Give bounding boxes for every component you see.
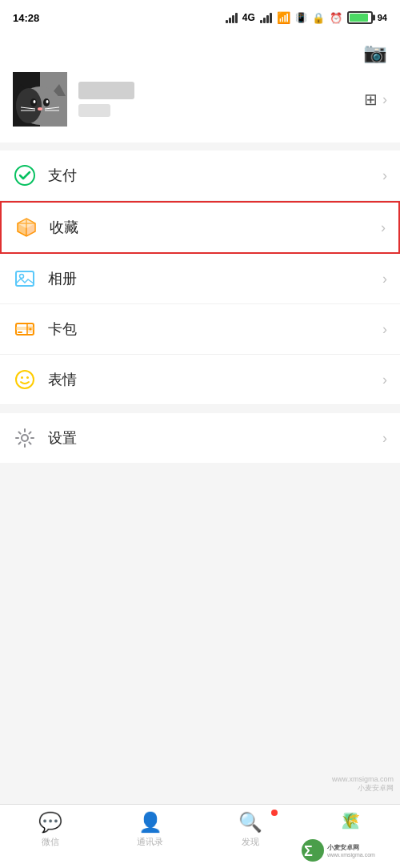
menu-list: 支付 › 收藏 › 相册 › bbox=[0, 151, 400, 463]
svg-point-25 bbox=[20, 275, 24, 279]
watermark: www.xmsigma.com 小麦安卓网 bbox=[304, 768, 400, 800]
svg-text:Σ: Σ bbox=[304, 843, 313, 859]
sigma-logo-icon: Σ bbox=[300, 838, 326, 863]
watermark-brand: 小麦安卓网 bbox=[327, 843, 375, 852]
tab-me[interactable]: 🌾 Σ 小麦安卓网 www.xmsigma.com bbox=[300, 811, 400, 838]
pay-icon bbox=[13, 163, 37, 187]
profile-chevron: › bbox=[382, 91, 387, 108]
network-type: 4G bbox=[242, 12, 255, 23]
album-arrow: › bbox=[382, 271, 387, 287]
discover-tab-label: 发现 bbox=[242, 836, 259, 848]
svg-point-7 bbox=[16, 88, 42, 123]
watermark-site: www.xmsigma.com bbox=[332, 775, 394, 783]
lock-icon: 🔒 bbox=[312, 12, 325, 24]
avatar-image bbox=[13, 72, 67, 127]
profile-left bbox=[13, 72, 134, 127]
menu-item-emoji[interactable]: 表情 › bbox=[0, 355, 400, 405]
status-bar: 14:28 4G 📶 📳 🔒 ⏰ 94 bbox=[0, 0, 400, 35]
camera-icon[interactable]: 📷 bbox=[363, 42, 387, 64]
emoji-icon bbox=[13, 368, 37, 392]
wechat-tab-label: 微信 bbox=[42, 836, 59, 848]
settings-arrow: › bbox=[382, 430, 387, 447]
pay-arrow: › bbox=[382, 167, 387, 184]
battery-percent: 94 bbox=[378, 13, 387, 22]
discover-tab-icon: 🔍 bbox=[238, 811, 262, 834]
svg-point-31 bbox=[16, 371, 34, 388]
collect-icon bbox=[14, 215, 38, 239]
qr-icon[interactable]: ⊞ bbox=[364, 90, 378, 109]
svg-rect-24 bbox=[16, 271, 34, 286]
tab-bar: 💬 微信 👤 通讯录 🔍 发现 🌾 Σ bbox=[0, 804, 400, 868]
menu-item-collect[interactable]: 收藏 › bbox=[0, 201, 400, 254]
svg-point-34 bbox=[22, 435, 28, 441]
watermark-name: 小麦安卓网 bbox=[332, 783, 394, 794]
svg-point-30 bbox=[30, 328, 32, 331]
bottom-content-area bbox=[0, 463, 400, 703]
alarm-icon: ⏰ bbox=[330, 12, 342, 24]
profile-info bbox=[78, 82, 134, 117]
svg-point-10 bbox=[34, 100, 36, 103]
svg-point-32 bbox=[21, 376, 23, 379]
signal-icon-2 bbox=[260, 12, 272, 23]
status-time: 14:28 bbox=[13, 12, 39, 24]
card-arrow: › bbox=[382, 321, 387, 338]
profile-right[interactable]: ⊞ › bbox=[364, 90, 387, 109]
contacts-tab-icon: 👤 bbox=[138, 811, 162, 834]
wifi-icon: 📶 bbox=[277, 11, 290, 24]
pay-label: 支付 bbox=[48, 166, 382, 185]
collect-label: 收藏 bbox=[50, 218, 381, 237]
album-icon bbox=[13, 267, 37, 291]
profile-name bbox=[78, 82, 134, 99]
wechat-tab-icon: 💬 bbox=[38, 811, 62, 834]
svg-point-11 bbox=[46, 100, 49, 103]
divider-2 bbox=[0, 405, 400, 413]
svg-point-17 bbox=[15, 166, 34, 185]
camera-area: 📷 bbox=[0, 35, 400, 64]
svg-point-12 bbox=[38, 107, 42, 111]
emoji-arrow: › bbox=[382, 372, 387, 388]
battery-icon bbox=[347, 11, 373, 24]
settings-label: 设置 bbox=[48, 428, 382, 448]
svg-point-33 bbox=[26, 376, 29, 379]
emoji-label: 表情 bbox=[48, 370, 382, 389]
avatar bbox=[13, 72, 67, 127]
tab-contacts[interactable]: 👤 通讯录 bbox=[100, 811, 200, 848]
settings-icon bbox=[13, 426, 37, 450]
card-label: 卡包 bbox=[48, 319, 382, 339]
me-tab-icon: 🌾 bbox=[341, 811, 360, 835]
menu-item-settings[interactable]: 设置 › bbox=[0, 413, 400, 463]
card-icon bbox=[13, 317, 37, 341]
collect-arrow: › bbox=[381, 219, 386, 236]
profile-section: ⊞ › bbox=[0, 64, 400, 143]
profile-id bbox=[78, 104, 110, 117]
menu-item-album[interactable]: 相册 › bbox=[0, 254, 400, 304]
album-label: 相册 bbox=[48, 269, 382, 288]
contacts-tab-label: 通讯录 bbox=[137, 836, 163, 848]
signal-icon bbox=[226, 12, 238, 23]
svg-text:🌾: 🌾 bbox=[341, 811, 359, 830]
svg-rect-28 bbox=[18, 332, 22, 333]
divider-1 bbox=[0, 143, 400, 151]
status-right-icons: 4G 📶 📳 🔒 ⏰ 94 bbox=[226, 11, 387, 24]
menu-item-pay[interactable]: 支付 › bbox=[0, 151, 400, 201]
tab-discover[interactable]: 🔍 发现 bbox=[200, 811, 300, 848]
tab-wechat[interactable]: 💬 微信 bbox=[0, 811, 100, 848]
menu-item-card[interactable]: 卡包 › bbox=[0, 304, 400, 355]
notification-dot bbox=[271, 810, 278, 816]
nfc-icon: 📳 bbox=[295, 12, 307, 23]
watermark-url: www.xmsigma.com bbox=[327, 852, 375, 858]
